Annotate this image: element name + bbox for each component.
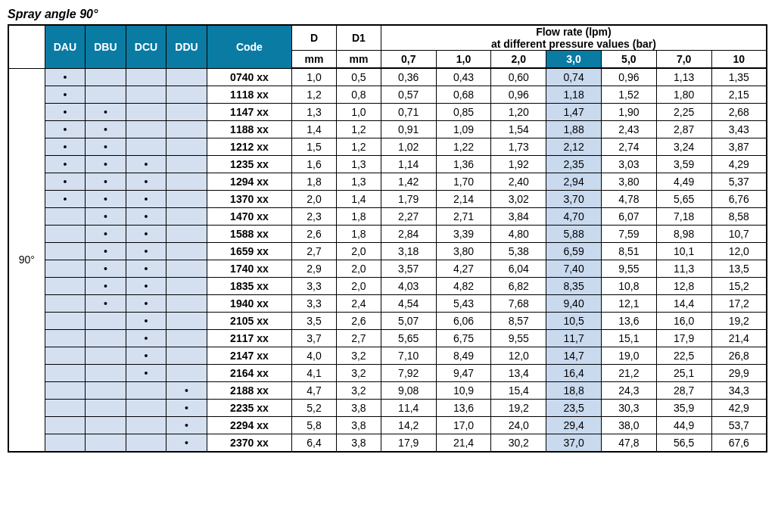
cell-flow: 28,7 [656, 382, 711, 400]
angle-header-blank [8, 25, 45, 68]
cell-flow: 6,59 [546, 243, 602, 260]
cell-d1: 2,6 [336, 313, 381, 330]
cell-dau [45, 434, 86, 453]
cell-d: 2,9 [292, 260, 337, 278]
cell-code: 2294 xx [207, 417, 291, 434]
cell-flow: 12,0 [711, 243, 767, 260]
table-row: •2147 xx4,03,27,108,4912,014,719,022,526… [8, 347, 767, 365]
cell-d: 2,0 [292, 191, 337, 208]
cell-flow: 5,65 [656, 191, 711, 208]
cell-dbu [86, 86, 126, 104]
cell-d: 3,5 [292, 313, 337, 330]
cell-flow: 1,92 [491, 156, 546, 173]
col-p4: 5,0 [601, 51, 656, 69]
cell-flow: 14,2 [381, 417, 436, 434]
cell-flow: 7,92 [381, 365, 436, 382]
cell-flow: 24,0 [491, 417, 546, 434]
cell-code: 2105 xx [207, 313, 291, 330]
cell-flow: 19,0 [601, 347, 656, 365]
table-row: ••1588 xx2,61,82,843,394,805,887,598,981… [8, 226, 767, 243]
cell-dau: • [45, 121, 86, 138]
page-title: Spray angle 90° [8, 8, 767, 21]
spray-table: DAU DBU DCU DDU Code D D1 Flow rate (lpm… [8, 24, 767, 453]
cell-flow: 4,03 [381, 278, 436, 295]
cell-code: 1740 xx [207, 260, 291, 278]
cell-d: 5,2 [292, 400, 337, 417]
cell-d: 3,3 [292, 278, 337, 295]
cell-dau [45, 417, 86, 434]
cell-flow: 0,74 [546, 68, 602, 86]
table-row: ••1835 xx3,32,04,034,826,828,3510,812,81… [8, 278, 767, 295]
col-p5: 7,0 [656, 51, 711, 69]
cell-ddu [167, 278, 207, 295]
cell-flow: 15,2 [711, 278, 767, 295]
col-dau: DAU [45, 25, 86, 68]
cell-flow: 1,13 [656, 68, 711, 86]
cell-dcu: • [126, 226, 167, 243]
cell-flow: 34,3 [711, 382, 767, 400]
cell-dcu: • [126, 260, 167, 278]
cell-dau: • [45, 104, 86, 121]
cell-code: 1370 xx [207, 191, 291, 208]
cell-flow: 7,10 [381, 347, 436, 365]
cell-flow: 1,90 [601, 104, 656, 121]
cell-flow: 7,40 [546, 260, 602, 278]
cell-d: 1,6 [292, 156, 337, 173]
cell-ddu: • [167, 417, 207, 434]
cell-ddu [167, 208, 207, 226]
cell-dau [45, 330, 86, 347]
cell-flow: 7,68 [491, 295, 546, 313]
cell-flow: 12,1 [601, 295, 656, 313]
cell-ddu [167, 365, 207, 382]
cell-dbu: • [86, 191, 126, 208]
cell-flow: 1,47 [546, 104, 602, 121]
cell-flow: 2,15 [711, 86, 767, 104]
cell-d1: 1,8 [336, 226, 381, 243]
cell-dbu: • [86, 138, 126, 156]
cell-flow: 1,54 [491, 121, 546, 138]
cell-d1: 0,5 [336, 68, 381, 86]
cell-flow: 21,4 [436, 434, 491, 453]
cell-flow: 29,9 [711, 365, 767, 382]
cell-flow: 3,59 [656, 156, 711, 173]
cell-flow: 8,51 [601, 243, 656, 260]
cell-flow: 4,78 [601, 191, 656, 208]
cell-d: 1,4 [292, 121, 337, 138]
cell-flow: 6,82 [491, 278, 546, 295]
cell-flow: 1,88 [546, 121, 602, 138]
cell-code: 2235 xx [207, 400, 291, 417]
cell-flow: 3,39 [436, 226, 491, 243]
col-p0: 0,7 [381, 51, 436, 69]
cell-d1: 1,2 [336, 138, 381, 156]
cell-flow: 0,60 [491, 68, 546, 86]
cell-flow: 53,7 [711, 417, 767, 434]
cell-d: 4,1 [292, 365, 337, 382]
cell-flow: 24,3 [601, 382, 656, 400]
cell-ddu [167, 173, 207, 191]
cell-flow: 5,88 [546, 226, 602, 243]
cell-flow: 25,1 [656, 365, 711, 382]
cell-flow: 2,71 [436, 208, 491, 226]
cell-flow: 10,9 [436, 382, 491, 400]
cell-dcu: • [126, 365, 167, 382]
cell-ddu [167, 330, 207, 347]
cell-flow: 11,4 [381, 400, 436, 417]
cell-d1: 1,8 [336, 208, 381, 226]
cell-flow: 2,27 [381, 208, 436, 226]
cell-flow: 21,4 [711, 330, 767, 347]
cell-d1: 2,0 [336, 260, 381, 278]
cell-flow: 14,7 [546, 347, 602, 365]
cell-flow: 13,4 [491, 365, 546, 382]
cell-flow: 3,57 [381, 260, 436, 278]
cell-flow: 2,84 [381, 226, 436, 243]
cell-ddu: • [167, 434, 207, 453]
cell-flow: 2,43 [601, 121, 656, 138]
col-code: Code [207, 25, 291, 68]
cell-dau: • [45, 173, 86, 191]
cell-flow: 1,52 [601, 86, 656, 104]
table-row: 90°•0740 xx1,00,50,360,430,600,740,961,1… [8, 68, 767, 86]
cell-flow: 1,70 [436, 173, 491, 191]
cell-code: 2370 xx [207, 434, 291, 453]
cell-flow: 14,4 [656, 295, 711, 313]
cell-flow: 1,14 [381, 156, 436, 173]
